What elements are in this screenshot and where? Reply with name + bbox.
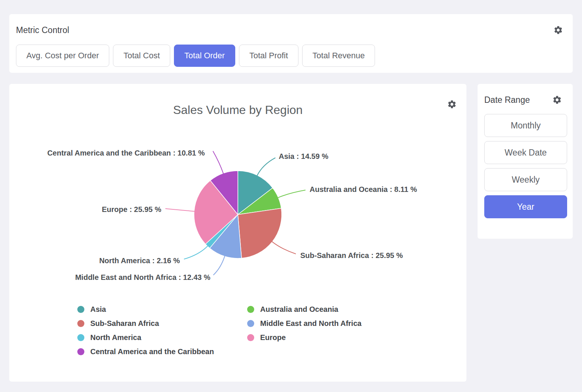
- gear-icon-glyph: [447, 99, 457, 109]
- date-range-buttons: MonthlyWeek DateWeeklyYear: [484, 114, 567, 218]
- pie-label-europe: Europe : 25.95 %: [102, 205, 161, 213]
- pie-label-central-america-and-the-caribbean: Central America and the Caribbean : 10.8…: [47, 149, 205, 157]
- legend-item-middle-east-and-north-africa[interactable]: Middle East and North Africa: [247, 316, 466, 330]
- legend-dot-sub-saharan-africa: [77, 320, 84, 327]
- pie-label-australia-and-oceania: Australia and Oceania : 8.11 %: [310, 185, 417, 193]
- pie-label-line-central-america-and-the-caribbean: [213, 151, 223, 174]
- legend-dot-middle-east-and-north-africa: [247, 320, 254, 327]
- legend-dot-central-america-and-the-caribbean: [77, 348, 84, 355]
- chart-title: Sales Volume by Region: [9, 103, 466, 117]
- metric-button-total-order[interactable]: Total Order: [174, 45, 235, 67]
- chart-legend: AsiaAustralia and OceaniaSub-Saharan Afr…: [77, 302, 466, 359]
- sales-volume-chart-panel: Sales Volume by Region Asia : 14.59 %Aus…: [9, 84, 466, 382]
- legend-item-asia[interactable]: Asia: [77, 302, 247, 316]
- pie-slice-sub-saharan-africa[interactable]: [238, 208, 282, 258]
- legend-dot-australia-and-oceania: [247, 306, 254, 313]
- date-range-title: Date Range: [484, 95, 530, 105]
- legend-item-central-america-and-the-caribbean[interactable]: Central America and the Caribbean: [77, 344, 247, 359]
- legend-label-europe: Europe: [260, 333, 286, 342]
- gear-icon-glyph: [552, 95, 562, 105]
- metric-control-header: Metric Control: [9, 14, 573, 35]
- chart-settings-gear-icon[interactable]: [447, 99, 457, 109]
- date-range-button-monthly[interactable]: Monthly: [484, 114, 567, 137]
- date-range-button-year[interactable]: Year: [484, 195, 567, 218]
- legend-label-sub-saharan-africa: Sub-Saharan Africa: [90, 319, 159, 328]
- pie-label-middle-east-and-north-africa: Middle East and North Africa : 12.43 %: [75, 273, 210, 281]
- metric-button-avg-cost-per-order[interactable]: Avg. Cost per Order: [16, 45, 109, 67]
- legend-dot-europe: [247, 334, 254, 341]
- pie-label-line-sub-saharan-africa: [272, 241, 296, 254]
- date-settings-gear-icon[interactable]: [552, 95, 562, 105]
- legend-dot-asia: [77, 306, 84, 313]
- metric-control-title: Metric Control: [16, 25, 69, 35]
- metric-button-total-cost[interactable]: Total Cost: [113, 45, 170, 67]
- date-range-panel: Date Range MonthlyWeek DateWeeklyYear: [478, 84, 573, 239]
- pie-label-line-australia-and-oceania: [278, 190, 305, 198]
- legend-label-north-america: North America: [90, 333, 141, 342]
- pie-label-asia: Asia : 14.59 %: [279, 152, 329, 160]
- pie-label-north-america: North America : 2.16 %: [99, 257, 180, 265]
- metric-button-total-profit[interactable]: Total Profit: [239, 45, 298, 67]
- legend-item-europe[interactable]: Europe: [247, 330, 466, 344]
- pie-label-line-north-america: [184, 246, 208, 259]
- pie-label-line-europe: [165, 209, 195, 211]
- pie-label-sub-saharan-africa: Sub-Saharan Africa : 25.95 %: [300, 251, 403, 259]
- metric-control-panel: Metric Control Avg. Cost per OrderTotal …: [9, 14, 573, 73]
- gear-icon-glyph: [553, 25, 563, 35]
- legend-dot-north-america: [77, 334, 84, 341]
- pie-label-line-middle-east-and-north-africa: [213, 256, 225, 275]
- legend-label-central-america-and-the-caribbean: Central America and the Caribbean: [90, 347, 214, 356]
- legend-label-middle-east-and-north-africa: Middle East and North Africa: [260, 319, 362, 328]
- legend-label-australia-and-oceania: Australia and Oceania: [260, 305, 338, 314]
- legend-item-australia-and-oceania[interactable]: Australia and Oceania: [247, 302, 466, 316]
- pie-label-line-asia: [257, 158, 275, 176]
- metric-button-total-revenue[interactable]: Total Revenue: [302, 45, 375, 67]
- date-range-header: Date Range: [478, 84, 573, 105]
- date-range-button-week-date[interactable]: Week Date: [484, 141, 567, 164]
- legend-item-sub-saharan-africa[interactable]: Sub-Saharan Africa: [77, 316, 247, 330]
- metric-settings-gear-icon[interactable]: [553, 25, 563, 35]
- metric-buttons: Avg. Cost per OrderTotal CostTotal Order…: [9, 45, 573, 67]
- legend-label-asia: Asia: [90, 305, 106, 314]
- pie-chart: Asia : 14.59 %Australia and Oceania : 8.…: [9, 145, 466, 290]
- date-range-button-weekly[interactable]: Weekly: [484, 168, 567, 191]
- legend-item-north-america[interactable]: North America: [77, 330, 247, 344]
